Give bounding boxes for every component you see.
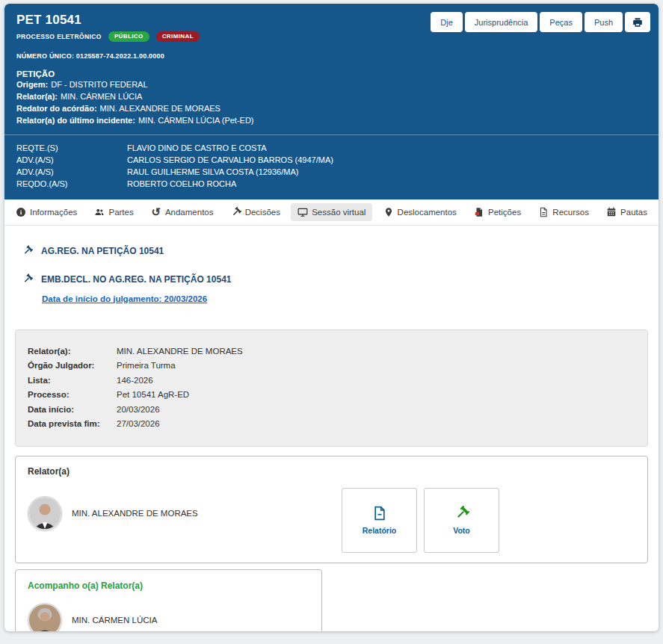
tab-peticoes[interactable]: Petições [467,203,528,221]
summary-row: Data prevista fim: 27/03/2026 [28,417,635,432]
printer-icon [632,17,643,28]
summary-label: Órgão Julgador: [28,359,117,374]
criminal-badge: CRIMINAL [156,31,200,42]
incident-embdecl: EMB.DECL. NO AG.REG. NA PETIÇÃO 10541 [22,269,648,290]
detail-label: Origem: [16,80,48,89]
process-card: Dje Jurisprudência Peças Push PET 10541 … [4,4,659,631]
badge-row: PROCESSO ELETRÔNICO PÚBLICO CRIMINAL [16,31,647,42]
public-badge: PÚBLICO [108,31,149,42]
minister-name: MIN. CÁRMEN LÚCIA [72,616,157,625]
tab-andamentos[interactable]: ↺ Andamentos [144,203,221,221]
class-label: PETIÇÃO [16,69,647,78]
summary-row: Lista: 146-2026 [28,374,635,388]
tab-label: Recursos [552,208,589,217]
detail-label: Relator(a) do último incidente: [16,116,135,125]
file-pdf-icon [474,207,484,217]
summary-label: Processo: [28,388,117,403]
info-icon: i [16,207,26,217]
summary-row: Data início: 20/03/2026 [28,403,635,418]
party-role: REQDO.(A/S) [16,178,127,190]
summary-label: Relator(a): [28,344,117,359]
parties-list: REQTE.(S) FLAVIO DINO DE CASTRO E COSTA … [16,142,647,199]
detail-value: MIN. ALEXANDRE DE MORAES [100,104,221,113]
tab-sessao-virtual[interactable]: Sessão virtual [291,203,372,221]
process-type-label: PROCESSO ELETRÔNICO [16,33,102,40]
gavel-icon [22,274,33,285]
print-button[interactable] [625,12,650,32]
party-name: ROBERTO COELHO ROCHA [127,178,236,190]
summary-value: Primeira Turma [117,359,176,374]
doc-card-label: Relatório [363,526,397,535]
vote-row: MIN. CÁRMEN LÚCIA [28,603,309,632]
party-name: RAUL GUILHERME SILVA COSTA (12936/MA) [127,166,298,178]
detail-relator: Relator(a):MIN. CÁRMEN LÚCIA [16,90,647,102]
relator-name: MIN. ALEXANDRE DE MORAES [72,509,198,518]
process-header: Dje Jurisprudência Peças Push PET 10541 … [4,4,659,199]
incident-label: EMB.DECL. NO AG.REG. NA PETIÇÃO 10541 [41,274,232,285]
summary-value: 146-2026 [117,374,153,388]
party-row: ADV.(A/S) CARLOS SERGIO DE CARVALHO BARR… [16,154,647,166]
tab-label: Partes [108,208,133,217]
party-row: ADV.(A/S) RAUL GUILHERME SILVA COSTA (12… [16,166,647,178]
history-icon: ↺ [151,207,161,217]
relator-row: MIN. ALEXANDRE DE MORAES [28,496,635,530]
summary-label: Data prevista fim: [28,417,117,432]
relator-panel: Relator(a) MIN. ALEXANDRE DE MORAES Rela… [15,456,648,563]
push-button[interactable]: Push [585,12,623,32]
votes-panel-title: Acompanho o(a) Relator(a) [28,580,309,591]
dje-button[interactable]: Dje [431,12,463,32]
tab-deslocamentos[interactable]: Deslocamentos [377,203,463,221]
detail-value: DF - DISTRITO FEDERAL [51,80,147,89]
summary-label: Lista: [28,374,117,388]
party-name: CARLOS SERGIO DE CARVALHO BARROS (4947/M… [127,154,333,166]
unique-number: NÚMERO ÚNICO: 0125587-74.2022.1.00.0000 [16,52,647,60]
relator-documents: Relatório Voto [342,488,499,553]
header-divider [4,134,659,135]
party-name: FLAVIO DINO DE CASTRO E COSTA [127,142,267,154]
summary-value: MIN. ALEXANDRE DE MORAES [117,344,243,359]
gavel-icon [454,506,469,521]
map-pin-icon [383,207,394,217]
session-summary-panel: Relator(a): MIN. ALEXANDRE DE MORAES Órg… [15,329,648,447]
file-icon [538,207,549,217]
judgment-date-link[interactable]: Data de início do julgamento: 20/03/2026 [42,294,207,303]
tab-decisoes[interactable]: Decisões [224,203,287,221]
summary-value: 27/03/2026 [117,417,160,432]
tab-label: Informações [30,208,77,217]
gavel-icon [22,246,33,256]
monitor-icon [297,207,308,217]
tab-bar: i Informações Partes ↺ Andamentos Decisõ… [4,199,659,226]
doc-card-label: Voto [453,526,470,535]
relator-panel-title: Relator(a) [28,466,635,477]
detail-label: Redator do acórdão: [16,104,97,113]
detail-ultimo-incidente: Relator(a) do último incidente:MIN. CÁRM… [16,114,647,126]
people-icon [94,207,105,217]
summary-label: Data início: [28,403,117,418]
party-row: REQTE.(S) FLAVIO DINO DE CASTRO E COSTA [16,142,647,154]
header-actions: Dje Jurisprudência Peças Push [431,12,650,32]
tab-pautas[interactable]: Pautas [599,203,654,221]
summary-value: 20/03/2026 [117,403,160,418]
party-role: REQTE.(S) [16,142,127,154]
votes-panel: Acompanho o(a) Relator(a) MIN. CÁRMEN LÚ… [15,569,322,632]
relatorio-button[interactable]: Relatório [342,488,417,553]
tab-recursos[interactable]: Recursos [531,203,596,221]
detail-label: Relator(a): [16,92,58,101]
tab-label: Andamentos [165,208,214,217]
summary-row: Órgão Julgador: Primeira Turma [28,359,635,374]
party-role: ADV.(A/S) [16,166,127,178]
tab-informacoes[interactable]: i Informações [9,203,84,221]
detail-value: MIN. CÁRMEN LÚCIA (Pet-ED) [138,116,254,125]
sessao-virtual-content: AG.REG. NA PETIÇÃO 10541 EMB.DECL. NO AG… [4,226,659,632]
summary-row: Processo: Pet 10541 AgR-ED [28,388,635,403]
voto-button[interactable]: Voto [424,488,499,553]
avatar [28,496,62,530]
tab-label: Decisões [245,208,280,217]
jurisprudencia-button[interactable]: Jurisprudência [465,12,538,32]
summary-value: Pet 10541 AgR-ED [117,388,189,403]
tab-partes[interactable]: Partes [87,203,140,221]
calendar-icon [606,207,617,217]
summary-row: Relator(a): MIN. ALEXANDRE DE MORAES [28,344,635,359]
pecas-button[interactable]: Peças [540,12,582,32]
incident-agreg: AG.REG. NA PETIÇÃO 10541 [22,241,648,261]
